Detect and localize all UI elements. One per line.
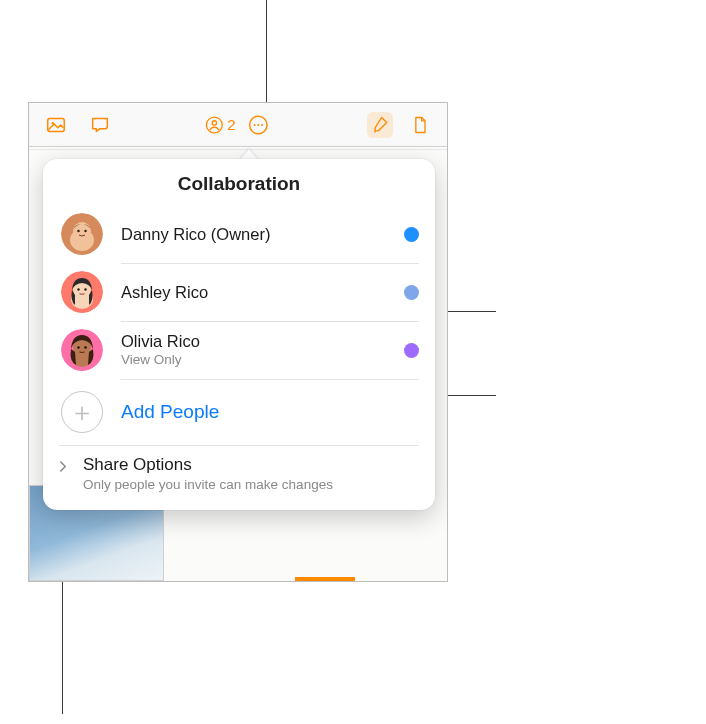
person-circle-icon	[204, 115, 224, 135]
share-options-title: Share Options	[83, 455, 419, 475]
svg-point-5	[254, 123, 256, 125]
insert-image-button[interactable]	[43, 112, 69, 138]
participant-row[interactable]: Olivia Rico View Only	[43, 321, 435, 379]
document-settings-button[interactable]	[407, 112, 433, 138]
comment-icon	[89, 114, 111, 136]
svg-point-16	[77, 288, 79, 290]
popover-header: Collaboration	[43, 159, 435, 205]
memoji-icon	[61, 329, 103, 371]
avatar	[61, 329, 103, 371]
participant-row[interactable]: Danny Rico (Owner)	[43, 205, 435, 263]
svg-point-10	[73, 222, 91, 240]
document-accent-strip	[295, 577, 355, 581]
status-dot	[404, 343, 419, 358]
svg-point-3	[212, 120, 216, 124]
memoji-icon	[61, 271, 103, 313]
share-options-subtitle: Only people you invite can make changes	[83, 477, 419, 492]
plus-icon: ＋	[69, 399, 95, 425]
more-button[interactable]	[246, 112, 272, 138]
add-people-button[interactable]: ＋ Add People	[43, 379, 435, 445]
toolbar: 2	[29, 103, 447, 147]
plus-circle-icon: ＋	[61, 391, 103, 433]
participant-list: Danny Rico (Owner)	[43, 205, 435, 379]
more-circle-icon	[248, 114, 270, 136]
svg-point-17	[84, 288, 86, 290]
share-options-button[interactable]: Share Options Only people you invite can…	[43, 445, 435, 506]
app-frame: 2	[28, 102, 448, 582]
svg-point-12	[84, 230, 86, 232]
callout-line-top	[266, 0, 267, 110]
status-dot	[404, 285, 419, 300]
collaboration-popover: Collaboration	[43, 159, 435, 510]
svg-point-7	[261, 123, 263, 125]
participant-row[interactable]: Ashley Rico	[43, 263, 435, 321]
svg-point-22	[84, 346, 86, 348]
chevron-right-icon	[59, 459, 68, 476]
memoji-icon	[61, 213, 103, 255]
avatar	[61, 213, 103, 255]
svg-point-11	[77, 230, 79, 232]
photo-icon	[45, 114, 67, 136]
popover-title: Collaboration	[43, 173, 435, 195]
format-brush-button[interactable]	[367, 112, 393, 138]
participant-name: Danny Rico (Owner)	[121, 224, 404, 245]
callout-line-shareoptions	[62, 574, 63, 714]
svg-point-21	[77, 346, 79, 348]
participant-permission: View Only	[121, 352, 404, 369]
collaboration-button[interactable]: 2	[204, 112, 235, 138]
status-dot	[404, 227, 419, 242]
collaboration-count: 2	[227, 116, 235, 133]
comments-button[interactable]	[87, 112, 113, 138]
add-people-label: Add People	[121, 401, 219, 423]
document-icon	[410, 114, 430, 136]
paintbrush-icon	[370, 115, 390, 135]
svg-point-6	[258, 123, 260, 125]
avatar	[61, 271, 103, 313]
participant-name: Olivia Rico	[121, 331, 404, 352]
participant-name: Ashley Rico	[121, 282, 404, 303]
